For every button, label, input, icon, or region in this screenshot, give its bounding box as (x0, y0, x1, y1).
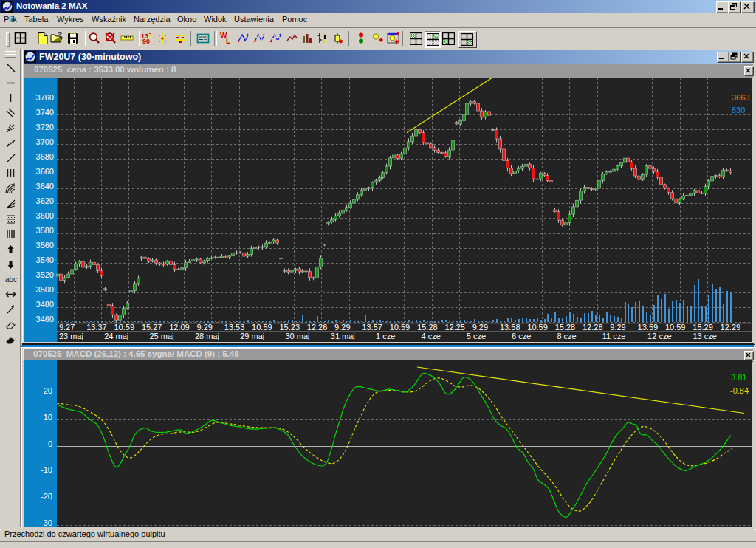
svg-text:9:27: 9:27 (59, 322, 75, 331)
svg-text:11 cze: 11 cze (602, 331, 626, 340)
svg-text:3560: 3560 (36, 241, 54, 250)
svg-text:4 cze: 4 cze (422, 331, 441, 340)
svg-text:23 maj: 23 maj (59, 331, 83, 340)
svg-text:24 maj: 24 maj (104, 331, 128, 340)
svg-text:3700: 3700 (36, 137, 54, 145)
svg-text:9:29: 9:29 (197, 322, 213, 331)
svg-text:5 cze: 5 cze (467, 331, 486, 340)
svg-text:3460: 3460 (36, 315, 54, 323)
svg-text:10: 10 (44, 413, 52, 422)
svg-text:0: 0 (48, 439, 52, 448)
svg-text:-20: -20 (41, 492, 52, 501)
svg-text:15:29: 15:29 (693, 322, 713, 331)
svg-text:3580: 3580 (36, 226, 54, 235)
svg-text:13 cze: 13 cze (693, 331, 716, 340)
svg-text:3500: 3500 (36, 285, 54, 294)
svg-text:90: 90 (142, 38, 150, 45)
svg-text:28 maj: 28 maj (195, 331, 219, 340)
svg-text:3620: 3620 (36, 196, 54, 205)
svg-text:12:28: 12:28 (583, 322, 603, 331)
svg-text:31 maj: 31 maj (331, 331, 355, 340)
svg-text:13:57: 13:57 (362, 322, 382, 331)
svg-text:3720: 3720 (36, 122, 54, 131)
svg-text:13:37: 13:37 (86, 322, 107, 331)
svg-text:-10: -10 (41, 465, 52, 474)
svg-text:3480: 3480 (36, 300, 54, 309)
svg-text:15:28: 15:28 (555, 322, 576, 331)
svg-text:12 cze: 12 cze (647, 331, 671, 340)
svg-text:15:27: 15:27 (142, 322, 162, 331)
svg-text:12:26: 12:26 (307, 322, 328, 331)
svg-text:10:59: 10:59 (252, 322, 272, 331)
svg-text:9:29: 9:29 (472, 322, 488, 331)
svg-text:3520: 3520 (36, 270, 54, 279)
svg-text:9:29: 9:29 (334, 322, 350, 331)
svg-text:10:59: 10:59 (527, 322, 548, 331)
svg-text:30 maj: 30 maj (286, 331, 310, 340)
svg-text:10:59: 10:59 (114, 322, 135, 331)
svg-text:29 maj: 29 maj (240, 331, 264, 340)
svg-text:13:59: 13:59 (638, 322, 659, 331)
svg-text:12:29: 12:29 (721, 322, 741, 331)
svg-text:10:59: 10:59 (665, 322, 686, 331)
svg-text:12:25: 12:25 (444, 322, 465, 331)
svg-text:13:58: 13:58 (500, 322, 520, 331)
svg-text:3600: 3600 (36, 211, 54, 220)
svg-text:15:28: 15:28 (417, 322, 438, 331)
svg-text:10:59: 10:59 (390, 322, 410, 331)
svg-text:6 cze: 6 cze (512, 331, 531, 340)
svg-text:25 maj: 25 maj (150, 331, 174, 340)
svg-text:3740: 3740 (36, 107, 54, 116)
svg-text:3640: 3640 (36, 181, 54, 190)
svg-text:3680: 3680 (36, 151, 54, 160)
svg-text:3760: 3760 (36, 92, 54, 101)
svg-text:-0.84: -0.84 (730, 386, 749, 395)
svg-text:3540: 3540 (36, 256, 54, 264)
svg-text:8 cze: 8 cze (557, 331, 576, 340)
svg-text:1 cze: 1 cze (376, 331, 395, 340)
svg-text:9:29: 9:29 (610, 322, 625, 331)
svg-text:abc: abc (5, 275, 17, 284)
svg-text:3660: 3660 (36, 166, 54, 175)
svg-text:15:23: 15:23 (280, 322, 300, 331)
svg-text:L: L (226, 37, 230, 45)
svg-text:20: 20 (44, 386, 52, 395)
svg-text:-30: -30 (41, 518, 52, 527)
svg-text:13:53: 13:53 (224, 322, 245, 331)
svg-text:3.81: 3.81 (731, 373, 746, 382)
svg-text:12:09: 12:09 (169, 322, 190, 331)
svg-text:3663: 3663 (732, 93, 749, 102)
svg-text:830: 830 (732, 106, 745, 114)
